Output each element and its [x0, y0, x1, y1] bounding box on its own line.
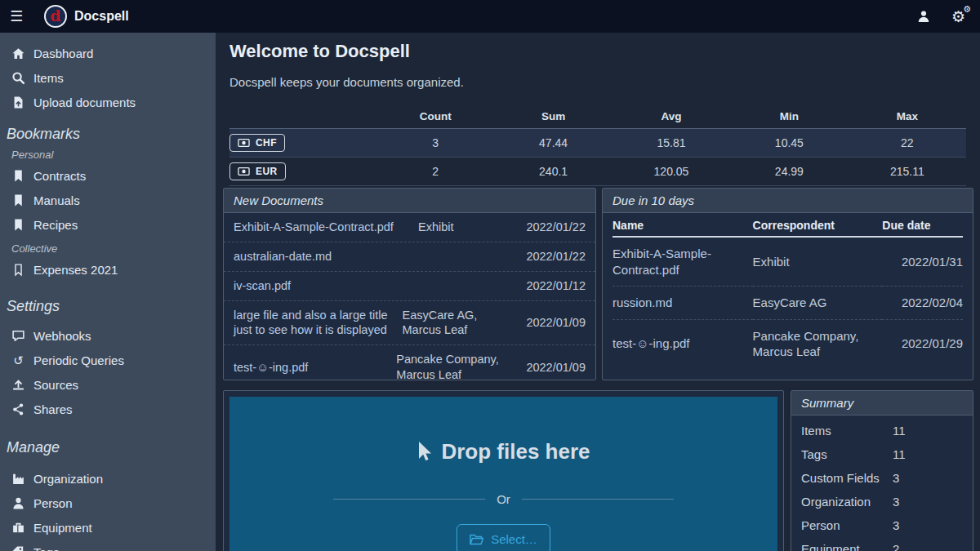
sidebar-item-contracts[interactable]: Contracts [0, 163, 216, 188]
stats-header-min: Min [730, 106, 848, 129]
currency-stats-table: Count Sum Avg Min Max CHF 3 47.44 15.81 … [229, 106, 966, 186]
home-icon [11, 47, 25, 60]
sidebar-item-periodic-queries[interactable]: ↺ Periodic Queries [0, 348, 216, 372]
due-row[interactable]: test-☺-ing.pdf Pancake Company, Marcus L… [612, 319, 963, 368]
currency-badge-chf[interactable]: CHF [229, 134, 285, 152]
stats-header-row: Count Sum Avg Min Max [229, 106, 966, 129]
briefcase-icon [11, 521, 25, 535]
stats-header-sum: Sum [494, 106, 612, 129]
bookmark-icon [11, 169, 25, 183]
summary-value: 11 [893, 447, 906, 461]
stats-row-eur: EUR 2 240.1 120.05 24.99 215.11 [229, 158, 966, 186]
new-documents-title: New Documents [224, 189, 595, 213]
document-row[interactable]: test-☺-ing.pdf Pancake Company, Marcus L… [224, 345, 595, 380]
new-documents-panel: New Documents Exhibit-A-Sample-Contract.… [223, 188, 596, 380]
summary-value: 3 [893, 471, 899, 485]
logo-letter: d [50, 8, 60, 24]
document-row[interactable]: australian-date.md 2022/01/22 [224, 242, 595, 272]
due-panel-title: Due in 10 days [603, 189, 973, 213]
document-link[interactable]: Exhibit-A-Sample-Contract.pdf [234, 220, 412, 235]
document-link[interactable]: test-☺-ing.pdf [612, 336, 690, 350]
search-icon [11, 71, 25, 85]
sidebar-item-tags[interactable]: Tags [0, 540, 216, 551]
summary-row-tags: Tags 11 [791, 442, 973, 466]
menu-toggle-icon[interactable]: ☰ [0, 7, 33, 25]
summary-row-equipment: Equipment 2 [791, 537, 973, 551]
summary-row-organization: Organization 3 [791, 490, 973, 513]
summary-panel: Summary Items 11 Tags 11 Custom Fields 3… [791, 390, 973, 551]
summary-row-person: Person 3 [791, 513, 973, 537]
sidebar-section-bookmarks: Bookmarks [0, 126, 216, 143]
sidebar-item-items[interactable]: Items [0, 65, 216, 90]
sidebar-item-equipment[interactable]: Equipment [0, 515, 216, 540]
stats-header-avg: Avg [612, 106, 730, 129]
sidebar-section-manage: Manage [0, 439, 216, 456]
top-bar: ☰ d Docspell ⚙⚙ [0, 0, 980, 33]
summary-row-items: Items 11 [791, 419, 973, 442]
share-icon [11, 402, 25, 416]
app-logo[interactable]: d Docspell [44, 5, 129, 28]
file-dropzone[interactable]: Drop files here Or Select… [229, 397, 777, 551]
currency-badge-eur[interactable]: EUR [229, 162, 286, 180]
sidebar-item-person[interactable]: Person [0, 491, 216, 515]
user-icon [11, 496, 25, 510]
sidebar-item-expenses-2021[interactable]: Expenses 2021 [0, 257, 216, 282]
sidebar-item-organization[interactable]: Organization [0, 466, 216, 491]
upload-dropzone-panel: Drop files here Or Select… [223, 390, 784, 551]
document-link[interactable]: test-☺-ing.pdf [234, 360, 390, 375]
summary-value: 3 [893, 518, 899, 532]
sidebar-section-settings: Settings [0, 298, 216, 315]
or-divider: Or [333, 492, 673, 506]
stats-header-max: Max [849, 106, 966, 129]
sidebar-item-dashboard[interactable]: Dasbhoard [0, 41, 216, 65]
due-row[interactable]: russion.md EasyCare AG 2022/02/04 [612, 287, 963, 320]
sidebar-item-shares[interactable]: Shares [0, 397, 216, 421]
select-files-button[interactable]: Select… [457, 524, 550, 551]
summary-row-custom-fields: Custom Fields 3 [791, 466, 973, 490]
main-content: Welcome to Docspell Docspell keeps your … [216, 33, 980, 551]
due-table: Name Correspondent Due date Exhibit-A-Sa… [612, 213, 963, 368]
document-row[interactable]: large file and also a large title just t… [224, 301, 595, 346]
tags-icon [11, 545, 25, 551]
history-icon: ↺ [11, 353, 25, 367]
document-link[interactable]: iv-scan.pdf [234, 278, 412, 294]
bookmark-icon [11, 193, 25, 207]
stats-header-count: Count [376, 106, 494, 129]
sidebar-item-recipes[interactable]: Recipes [0, 212, 216, 237]
dropzone-headline: Drop files here [416, 439, 590, 464]
bookmark-outline-icon [11, 263, 25, 277]
bookmark-icon [11, 218, 25, 232]
document-link[interactable]: large file and also a large title just t… [234, 308, 396, 339]
settings-gears-icon[interactable]: ⚙⚙ [951, 7, 965, 26]
due-header-row: Name Correspondent Due date [612, 213, 963, 237]
app-title: Docspell [74, 9, 129, 24]
upload-icon [11, 378, 25, 392]
bookmarks-group-collective: Collective [0, 242, 216, 255]
file-upload-icon [11, 96, 25, 109]
summary-value: 3 [893, 495, 899, 509]
comment-icon [11, 329, 25, 343]
money-bill-icon [238, 139, 250, 147]
money-bill-icon [238, 167, 250, 176]
user-account-icon[interactable] [917, 10, 930, 23]
document-link[interactable]: Exhibit-A-Sample-Contract.pdf [612, 247, 711, 277]
due-row[interactable]: Exhibit-A-Sample-Contract.pdf Exhibit 20… [612, 237, 963, 287]
sidebar-item-sources[interactable]: Sources [0, 372, 216, 397]
stats-row-chf: CHF 3 47.44 15.81 10.45 22 [229, 129, 966, 158]
page-subtitle: Docspell keeps your documents organized. [216, 62, 980, 89]
sidebar-item-upload-documents[interactable]: Upload documents [0, 90, 216, 114]
document-link[interactable]: russion.md [612, 295, 672, 309]
docspell-logo-icon: d [44, 5, 67, 28]
mouse-pointer-icon [416, 441, 433, 463]
document-link[interactable]: australian-date.md [234, 249, 412, 264]
sidebar-item-manuals[interactable]: Manuals [0, 188, 216, 212]
summary-value: 2 [893, 542, 899, 551]
factory-icon [11, 472, 25, 486]
document-row[interactable]: Exhibit-A-Sample-Contract.pdf Exhibit 20… [224, 213, 595, 242]
document-row[interactable]: iv-scan.pdf 2022/01/12 [224, 272, 595, 301]
sidebar-item-webhooks[interactable]: Webhooks [0, 323, 216, 348]
new-documents-list: Exhibit-A-Sample-Contract.pdf Exhibit 20… [224, 213, 595, 380]
folder-open-icon [470, 534, 483, 545]
sidebar: Dasbhoard Items Upload documents Bookmar… [0, 33, 216, 551]
page-title: Welcome to Docspell [216, 33, 980, 62]
